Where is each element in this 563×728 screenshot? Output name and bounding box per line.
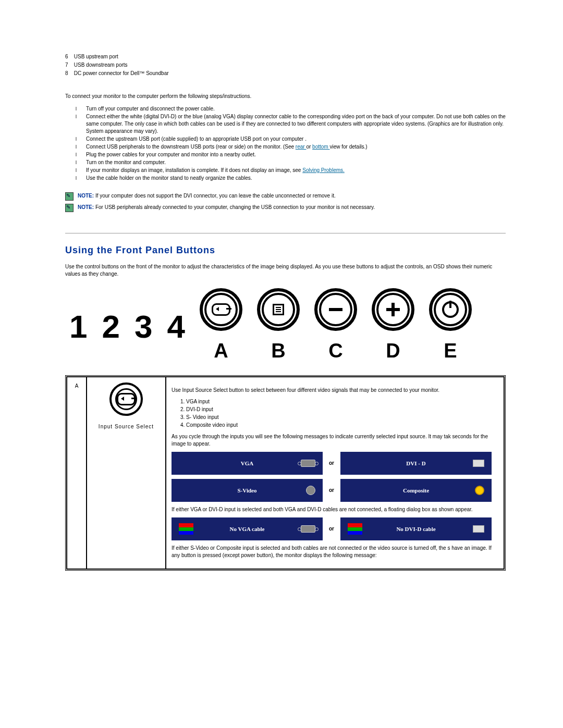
step: Connect the upstream USB port (cable sup… <box>81 135 506 143</box>
step: If your monitor displays an image, insta… <box>81 167 506 174</box>
port-item: 8 DC power connector for Dell™ Soundbar <box>65 70 506 77</box>
composite-port-icon <box>475 486 484 495</box>
front-panel-diagram: 1 2 3 4 A B C D E <box>65 288 506 365</box>
row-letter: A <box>67 377 87 569</box>
label-c: C <box>328 337 342 365</box>
cycle-text: As you cycle through the inputs you will… <box>172 433 498 448</box>
osd-svideo: S-Video <box>172 479 323 502</box>
solving-problems-link[interactable]: Solving Problems. <box>302 167 345 173</box>
step: Plug the power cables for your computer … <box>81 151 506 158</box>
menu-icon <box>273 304 284 315</box>
float-text-2: If either S-Video or Composite input is … <box>172 545 498 559</box>
button-d: D <box>372 288 414 365</box>
port-item: 7 USB downstream ports <box>65 61 506 69</box>
osd-row-2: S-Video or Composite <box>172 479 498 502</box>
note-2: NOTE: For USB peripherals already connec… <box>65 204 506 212</box>
diagram-num-4: 4 <box>167 311 185 343</box>
row-icon-cell: Input Source Select <box>87 377 166 569</box>
label-b: B <box>271 337 285 365</box>
step: Connect either the white (digital DVI-D)… <box>81 113 506 135</box>
or-text: or <box>329 460 334 467</box>
osd-no-dvi: No DVI-D cable <box>340 517 492 540</box>
rear-link[interactable]: rear <box>296 144 307 150</box>
connect-intro: To connect your monitor to the computer … <box>65 93 506 100</box>
osd-row-1: VGA or DVI - D <box>172 452 498 475</box>
note-icon <box>65 204 74 212</box>
diagram-num-3: 3 <box>134 311 152 343</box>
input-item: Composite video input <box>186 422 498 429</box>
divider <box>65 233 506 233</box>
input-item: DVI-D input <box>186 406 498 413</box>
diagram-num-2: 2 <box>102 311 119 343</box>
steps-list: Turn off your computer and disconnect th… <box>65 105 506 182</box>
osd-vga: VGA <box>172 452 323 475</box>
bottom-link[interactable]: bottom <box>312 144 329 150</box>
dvi-port-icon <box>473 525 484 533</box>
osd-no-vga: No VGA cable <box>172 517 323 540</box>
label-e: E <box>444 337 457 365</box>
minus-icon <box>329 308 342 311</box>
osd-row-3: No VGA cable or No DVI-D cable <box>172 517 498 540</box>
diagram-num-1: 1 <box>69 311 87 343</box>
input-item: VGA input <box>186 398 498 405</box>
input-source-icon <box>212 303 230 316</box>
colorbars-icon <box>348 523 362 535</box>
note-icon <box>65 192 74 201</box>
inputs-list: VGA input DVI-D input S- Video input Com… <box>172 398 498 429</box>
input-source-icon <box>117 393 136 405</box>
note-1: NOTE: If your computer does not support … <box>65 192 506 201</box>
svideo-port-icon <box>306 486 315 495</box>
or-text: or <box>329 525 334 533</box>
label-d: D <box>386 337 400 365</box>
section-heading: Using the Front Panel Buttons <box>65 244 506 257</box>
button-b: B <box>257 288 300 365</box>
section-intro: Use the control buttons on the front of … <box>65 263 506 278</box>
button-c: C <box>314 288 357 365</box>
port-item: 6 USB upstream port <box>65 53 506 60</box>
label-a: A <box>214 337 228 365</box>
port-list: 6 USB upstream port 7 USB downstream por… <box>65 53 506 77</box>
or-text: or <box>329 487 334 494</box>
colorbars-icon <box>179 523 193 535</box>
icon-caption: Input Source Select <box>92 423 160 430</box>
button-a: A <box>200 288 242 365</box>
button-description-table: A Input Source Select Use Input Source S… <box>65 375 506 571</box>
button-e: E <box>429 288 472 365</box>
step: Use the cable holder on the monitor stan… <box>81 175 506 182</box>
step: Connect USB peripherals to the downstrea… <box>81 143 506 151</box>
step: Turn on the monitor and computer. <box>81 159 506 166</box>
dvi-port-icon <box>473 460 484 467</box>
input-item: S- Video input <box>186 414 498 421</box>
row-intro: Use Input Source Select button to select… <box>172 387 498 394</box>
step: Turn off your computer and disconnect th… <box>81 105 506 113</box>
vga-port-icon <box>301 525 315 533</box>
osd-composite: Composite <box>340 479 492 502</box>
osd-dvid: DVI - D <box>340 452 492 475</box>
float-text-1: If either VGA or DVI-D input is selected… <box>172 506 498 513</box>
vga-port-icon <box>301 460 315 467</box>
power-icon <box>442 301 459 318</box>
row-desc-cell: Use Input Source Select button to select… <box>166 377 504 569</box>
